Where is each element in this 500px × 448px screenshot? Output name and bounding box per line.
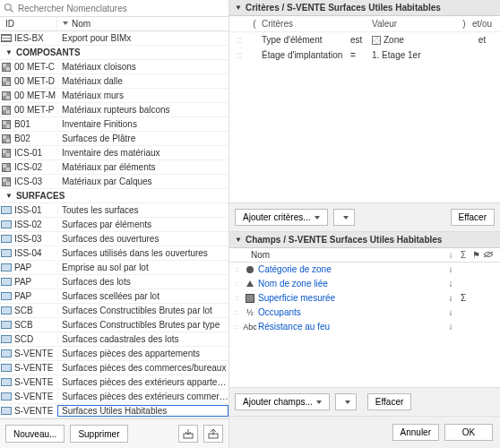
- tree-row[interactable]: ISS-03Surfaces des ouvertures: [0, 232, 228, 246]
- add-criteria-dropdown[interactable]: [333, 209, 355, 226]
- ok-button[interactable]: OK: [444, 424, 493, 441]
- col-value: Valeur: [370, 18, 459, 30]
- drag-handle-icon[interactable]: ::: [235, 280, 244, 288]
- tree-row[interactable]: PAPSurfaces scellées par lot: [0, 289, 228, 304]
- tree-row[interactable]: SCBSurfaces Constructibles Brutes par lo…: [0, 304, 228, 318]
- drag-handle-icon[interactable]: ::: [235, 265, 244, 273]
- col-field-name: Nom: [235, 250, 444, 260]
- tree-row[interactable]: IES-BXExport pour BIMx: [0, 31, 228, 46]
- row-id: S-VENTE: [13, 392, 57, 401]
- row-id: SCB: [13, 306, 57, 315]
- add-criteria-button[interactable]: Ajouter critères...: [235, 209, 328, 226]
- import-button[interactable]: [178, 425, 198, 443]
- field-sort[interactable]: ↓: [444, 322, 457, 332]
- tree-row[interactable]: ISS-02Surfaces par éléments: [0, 218, 228, 232]
- tree-list[interactable]: A08Inventaires des dallesIES-01Inventair…: [0, 31, 228, 418]
- field-row[interactable]: ::Superficie mesurée↓Σ: [229, 291, 500, 306]
- field-type-icon: [244, 266, 256, 273]
- tree-row[interactable]: ICS-03Matériaux par Calques: [0, 175, 228, 189]
- tree-row[interactable]: 00 MET-PMatériaux rupteurs balcons: [0, 103, 228, 117]
- col-visibility-icon[interactable]: [482, 250, 495, 260]
- drag-handle-icon[interactable]: ::: [235, 49, 249, 61]
- field-sort[interactable]: ↓: [444, 264, 457, 274]
- tree-row[interactable]: ICS-02Matériaux par éléments: [0, 160, 228, 175]
- row-name: Surfaces des ouvertures: [57, 234, 228, 244]
- col-open: (: [249, 18, 260, 30]
- tree-row[interactable]: ICS-01Inventaire des matériaux: [0, 146, 228, 160]
- tree-row[interactable]: S-VENTESurfaces pièces des extérieurs ap…: [0, 375, 228, 390]
- cancel-button[interactable]: Annuler: [392, 424, 439, 441]
- drag-handle-icon[interactable]: ::: [235, 294, 244, 302]
- col-sort-icon[interactable]: ↓: [444, 250, 457, 260]
- delete-button[interactable]: Supprimer: [70, 425, 127, 443]
- tree-row[interactable]: B02Surfaces de Plâtre: [0, 132, 228, 146]
- tree-row[interactable]: S-VENTESurfaces pièces des appartements: [0, 347, 228, 361]
- new-button[interactable]: Nouveau...: [5, 425, 65, 443]
- field-sort[interactable]: ↓: [444, 307, 457, 317]
- search-input[interactable]: [18, 4, 225, 13]
- tree-row[interactable]: S-VENTESurfaces pièces des commerces/bur…: [0, 361, 228, 375]
- col-sum-icon[interactable]: Σ: [457, 250, 470, 260]
- tree-group[interactable]: ▼COMPOSANTS: [0, 46, 228, 60]
- row-name: Matériaux murs: [57, 90, 228, 100]
- criteria-row[interactable]: ::Type d'élémentestZoneet: [229, 32, 500, 47]
- criteria-row[interactable]: ::Étage d'implantation=1. Etage 1er: [229, 47, 500, 63]
- search-icon: [4, 3, 14, 13]
- field-sort[interactable]: ↓: [444, 293, 457, 303]
- field-sum[interactable]: Σ: [457, 293, 470, 303]
- row-id: SCB: [13, 320, 57, 330]
- tree-row[interactable]: 00 MET-MMatériaux murs: [0, 89, 228, 103]
- tree-row[interactable]: PAPEmprise au sol par lot: [0, 261, 228, 275]
- field-row[interactable]: ::Catégorie de zone↓: [229, 263, 500, 277]
- row-id: B01: [13, 119, 57, 129]
- tree-row[interactable]: 00 MET-CMatériaux cloisons: [0, 60, 228, 74]
- col-flag-icon[interactable]: ⚑: [470, 250, 482, 260]
- tree-row[interactable]: SCBSurfaces Constructibles Brutes par ty…: [0, 318, 228, 332]
- tree-row[interactable]: 00 MET-DMatériaux dalle: [0, 74, 228, 89]
- tree-row[interactable]: SCDSurfaces cadastrales des lots: [0, 332, 228, 347]
- row-name: Surfaces utilisés dans les ouvertures: [57, 248, 228, 258]
- row-id: ISS-02: [13, 220, 57, 229]
- col-criteria: Critères: [260, 18, 349, 30]
- clear-criteria-button[interactable]: Effacer: [451, 209, 496, 226]
- drag-handle-icon[interactable]: ::: [235, 308, 244, 316]
- criteria-header[interactable]: ▼Critères / S-VENTE Surfaces Utiles Habi…: [229, 0, 500, 16]
- surf-icon: [0, 321, 13, 329]
- export-button[interactable]: [203, 425, 223, 443]
- row-id: PAP: [13, 263, 57, 272]
- surf-icon: [0, 278, 13, 286]
- svg-line-1: [11, 10, 13, 13]
- disclosure-icon: ▼: [5, 192, 13, 200]
- row-name: Emprise au sol par lot: [57, 263, 228, 272]
- surf-icon: [0, 292, 13, 300]
- field-row[interactable]: ::AbcRésistance au feu↓: [229, 320, 500, 334]
- drag-handle-icon[interactable]: ::: [235, 34, 249, 46]
- tree-row[interactable]: S-VENTESurfaces Utiles Habitables: [0, 404, 228, 418]
- field-row[interactable]: ::½Occupants↓: [229, 306, 500, 320]
- col-name[interactable]: Nom: [57, 17, 228, 30]
- row-id: 00 MET-P: [13, 105, 57, 115]
- row-id: S-VENTE: [13, 406, 57, 416]
- field-sort[interactable]: ↓: [444, 279, 457, 289]
- row-name: Inventaire Finitions: [57, 119, 228, 129]
- tree-row[interactable]: ISS-01Toutes les surfaces: [0, 203, 228, 218]
- add-field-dropdown[interactable]: [335, 393, 357, 410]
- row-id: ICS-01: [13, 148, 57, 158]
- field-row[interactable]: ::Nom de zone liée↓: [229, 277, 500, 291]
- criteria-andor: [470, 55, 495, 56]
- criteria-table: ( Critères Valeur ) et/ou ::Type d'éléme…: [229, 16, 500, 63]
- sort-caret-icon: [63, 22, 68, 27]
- criteria-op: est: [349, 34, 370, 46]
- row-id: B02: [13, 134, 57, 143]
- tree-row[interactable]: B01Inventaire Finitions: [0, 117, 228, 132]
- disclosure-icon: ▼: [5, 48, 13, 56]
- add-field-button[interactable]: Ajouter champs...: [235, 393, 330, 410]
- tree-row[interactable]: PAPSurfaces des lots: [0, 275, 228, 289]
- col-id[interactable]: ID: [0, 17, 57, 30]
- tree-row[interactable]: ISS-04Surfaces utilisés dans les ouvertu…: [0, 246, 228, 261]
- clear-fields-button[interactable]: Effacer: [367, 393, 412, 410]
- field-type-icon: Abc: [244, 323, 256, 332]
- fields-header[interactable]: ▼Champs / S-VENTE Surfaces Utiles Habita…: [229, 232, 500, 248]
- tree-group[interactable]: ▼SURFACES: [0, 189, 228, 203]
- tree-row[interactable]: S-VENTESurfaces pièces des extérieurs co…: [0, 390, 228, 404]
